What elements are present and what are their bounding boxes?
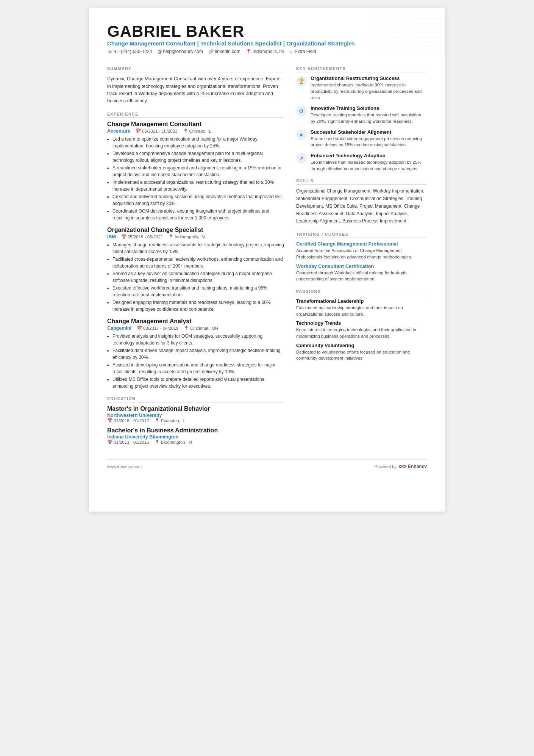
edu-degree-2: Bachelor's in Business Administration	[107, 427, 284, 434]
job-company-1: Accenture	[107, 128, 130, 134]
job-meta-3: Capgemini 📅 03/2017 - 04/2019 📍 Cincinna…	[107, 326, 284, 331]
pin-edu-2: 📍	[155, 440, 160, 445]
location-contact: 📍 Indianapolis, IN	[246, 49, 284, 54]
job-company-2: IBM	[107, 234, 116, 239]
footer-powered: Powered by Enhancv	[375, 463, 427, 470]
training-block-1: Certified Change Management Professional…	[296, 241, 427, 260]
location-icon: 📍	[246, 49, 251, 54]
extra-value: Extra Field	[294, 49, 316, 54]
summary-text: Dynamic Change Management Consultant wit…	[107, 75, 284, 105]
achievement-item-1: 🏆 Organizational Restructuring Success I…	[296, 75, 427, 101]
edu-meta-2: 📅 01/2011 - 01/2015 📍 Bloomington, IN	[107, 440, 284, 445]
skills-label: SKILLS	[296, 178, 427, 185]
training-block-2: Workday Consultant Certification Complet…	[296, 263, 427, 282]
achievement-content-4: Enhanced Technology Adoption Led initiat…	[311, 153, 427, 172]
bullet-3-4: Utilized MS Office tools to prepare deta…	[112, 376, 284, 390]
passion-desc-2: Keen interest in emerging technologies a…	[296, 327, 427, 339]
job-title-1: Change Management Consultant	[107, 121, 284, 128]
bullet-3-3: Assisted in developing communication and…	[112, 362, 284, 375]
edu-location-2: 📍 Bloomington, IN	[155, 440, 192, 445]
achievement-icon-1: 🏆	[296, 76, 307, 86]
pin-icon-2: 📍	[168, 234, 173, 239]
achievement-content-2: Innovative Training Solutions Developed …	[311, 105, 427, 124]
location-value: Indianapolis, IN	[253, 49, 284, 54]
bullet-1-1: Led a team to optimize communication and…	[112, 136, 284, 149]
bullet-2-4: Executed effective workforce transition …	[112, 285, 284, 298]
achievement-content-3: Successful Stakeholder Alignment Streaml…	[311, 129, 427, 148]
achievement-title-3: Successful Stakeholder Alignment	[311, 129, 427, 135]
bullet-3-2: Facilitated data-driven change impact an…	[112, 347, 284, 361]
calendar-icon-3: 📅	[137, 326, 142, 331]
job-location-2: 📍 Indianapolis, IN	[168, 234, 205, 239]
bullet-1-4: Implemented a successful organizational …	[112, 179, 284, 193]
achievement-item-2: ⚙ Innovative Training Solutions Develope…	[296, 105, 427, 124]
job-block-2: Organizational Change Specialist IBM 📅 0…	[107, 227, 284, 313]
pin-edu-1: 📍	[155, 418, 160, 423]
training-title-2: Workday Consultant Certification	[296, 263, 427, 269]
passion-title-2: Technology Trends	[296, 320, 427, 326]
enhancv-brand-name: Enhancv	[408, 464, 427, 469]
skills-text: Organizational Change Management, Workda…	[296, 188, 427, 225]
bullet-2-2: Facilitated cross-departmental leadershi…	[112, 256, 284, 269]
calendar-icon-2: 📅	[121, 234, 126, 239]
email-value: help@enhancv.com	[163, 49, 203, 54]
training-label: TRAINING / COURSES	[296, 232, 427, 238]
extra-contact: ☆ Extra Field	[289, 49, 316, 54]
achievement-icon-3: ★	[296, 130, 307, 140]
achievement-icon-4: ↗	[296, 153, 307, 164]
job-bullets-2: Managed change readiness assessments for…	[107, 241, 284, 313]
achievement-desc-3: Streamlined stakeholder engagement proce…	[311, 136, 427, 148]
right-column: KEY ACHIEVEMENTS 🏆 Organizational Restru…	[296, 59, 427, 449]
linkedin-contact: 🔗 linkedin.com	[208, 49, 240, 54]
bullet-1-5: Created and delivered training sessions …	[112, 193, 284, 207]
edu-block-2: Bachelor's in Business Administration In…	[107, 427, 284, 445]
bullet-2-3: Served as a key advisor on communication…	[112, 270, 284, 284]
candidate-title: Change Management Consultant | Technical…	[107, 40, 427, 47]
email-contact: @ help@enhancv.com	[157, 49, 203, 54]
job-bullets-3: Provided analysis and insights for OCM s…	[107, 333, 284, 390]
phone-icon: ☏	[107, 49, 113, 54]
job-dates-1: 📅 06/2021 - 10/2023	[136, 128, 177, 134]
achievement-item-4: ↗ Enhanced Technology Adoption Led initi…	[296, 153, 427, 172]
bullet-1-3: Streamlined stakeholder engagement and a…	[112, 164, 284, 178]
job-dates-3: 📅 03/2017 - 04/2019	[137, 326, 178, 331]
edu-dates-1: 📅 01/2015 - 01/2017	[107, 418, 149, 423]
passion-desc-3: Dedicated to volunteering efforts focuse…	[296, 349, 427, 362]
star-icon: ☆	[289, 49, 293, 54]
cal-icon-edu-2: 📅	[107, 440, 112, 445]
bullet-2-5: Designed engaging training materials and…	[112, 299, 284, 313]
enhancv-logo-icon	[398, 463, 407, 470]
linkedin-value: linkedin.com	[215, 49, 240, 54]
achievement-desc-4: Led initiatives that increased technolog…	[311, 159, 427, 172]
job-block-3: Change Management Analyst Capgemini 📅 03…	[107, 318, 284, 390]
training-desc-2: Completed through Workday's official tra…	[296, 270, 427, 282]
pin-icon-3: 📍	[184, 326, 189, 331]
enhancv-logo: Enhancv	[398, 463, 427, 470]
edu-location-1: 📍 Evanston, IL	[155, 418, 185, 423]
edu-block-1: Master's in Organizational Behavior Nort…	[107, 405, 284, 423]
email-icon: @	[157, 49, 162, 54]
experience-label: EXPERIENCE	[107, 112, 284, 118]
passions-label: PASSIONS	[296, 289, 427, 295]
page-footer: www.enhancv.com Powered by Enhancv	[107, 459, 427, 470]
edu-dates-2: 📅 01/2011 - 01/2015	[107, 440, 149, 445]
job-company-3: Capgemini	[107, 326, 131, 331]
job-location-3: 📍 Cincinnati, OH	[184, 326, 218, 331]
job-title-2: Organizational Change Specialist	[107, 227, 284, 233]
calendar-icon-1: 📅	[136, 128, 141, 134]
achievement-desc-1: Implemented changes leading to 30% incre…	[311, 82, 427, 101]
training-desc-1: Acquired from the Association of Change …	[296, 247, 427, 260]
bullet-2-1: Managed change readiness assessments for…	[112, 241, 284, 255]
left-column: SUMMARY Dynamic Change Management Consul…	[107, 59, 284, 449]
edu-degree-1: Master's in Organizational Behavior	[107, 405, 284, 412]
job-meta-1: Accenture 📅 06/2021 - 10/2023 📍 Chicago,…	[107, 128, 284, 134]
contact-row: ☏ +1-(234)-555-1234 @ help@enhancv.com 🔗…	[107, 49, 427, 54]
achievements-label: KEY ACHIEVEMENTS	[296, 66, 427, 72]
job-bullets-1: Led a team to optimize communication and…	[107, 136, 284, 221]
achievement-icon-2: ⚙	[296, 106, 307, 116]
passion-block-3: Community Volunteering Dedicated to volu…	[296, 343, 427, 362]
job-block-1: Change Management Consultant Accenture 📅…	[107, 121, 284, 221]
job-dates-2: 📅 05/2019 - 05/2021	[121, 234, 163, 239]
achievement-title-1: Organizational Restructuring Success	[311, 75, 427, 81]
footer-url: www.enhancv.com	[107, 464, 142, 469]
